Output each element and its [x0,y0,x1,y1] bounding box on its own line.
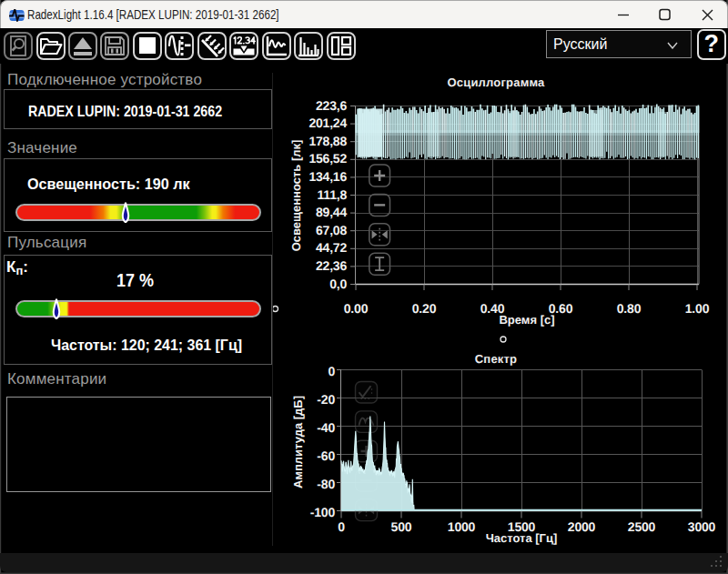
svg-text:2000: 2000 [568,519,596,534]
svg-text:1000: 1000 [448,519,476,534]
svg-text:178,88: 178,88 [308,134,347,148]
svg-text:3000: 3000 [688,519,716,534]
svg-text:0,0: 0,0 [329,277,347,291]
svg-text:67,08: 67,08 [316,223,347,237]
svg-text:-20: -20 [317,392,335,407]
svg-text:1.00: 1.00 [685,301,710,316]
svg-text:0.80: 0.80 [617,301,642,316]
svg-text:-40: -40 [317,420,335,435]
svg-text:223,6: 223,6 [316,98,347,113]
svg-text:2500: 2500 [628,519,656,534]
svg-text:0: 0 [328,364,335,378]
svg-text:89,44: 89,44 [316,205,347,219]
svg-text:201,24: 201,24 [308,116,347,130]
svg-text:0.20: 0.20 [412,301,437,316]
svg-text:111,8: 111,8 [318,187,348,202]
svg-text:500: 500 [391,519,412,534]
svg-text:Спектр: Спектр [475,352,517,366]
svg-text:22,36: 22,36 [316,258,347,273]
svg-text:-80: -80 [317,477,335,491]
svg-text:Частота [Гц]: Частота [Гц] [486,531,558,545]
svg-text:Освещенность [лк]: Освещенность [лк] [289,140,303,252]
svg-text:0.00: 0.00 [344,301,369,316]
svg-text:Время [с]: Время [с] [499,313,554,327]
svg-text:Амплитуда [дБ]: Амплитуда [дБ] [291,396,305,488]
svg-text:156,52: 156,52 [308,151,347,166]
svg-text:-60: -60 [317,448,335,463]
svg-text:134,16: 134,16 [308,169,347,184]
svg-text:Осциллограмма: Осциллограмма [447,76,545,89]
svg-text:44,72: 44,72 [316,240,347,255]
svg-text:-100: -100 [310,505,336,519]
svg-text:0: 0 [338,519,345,534]
